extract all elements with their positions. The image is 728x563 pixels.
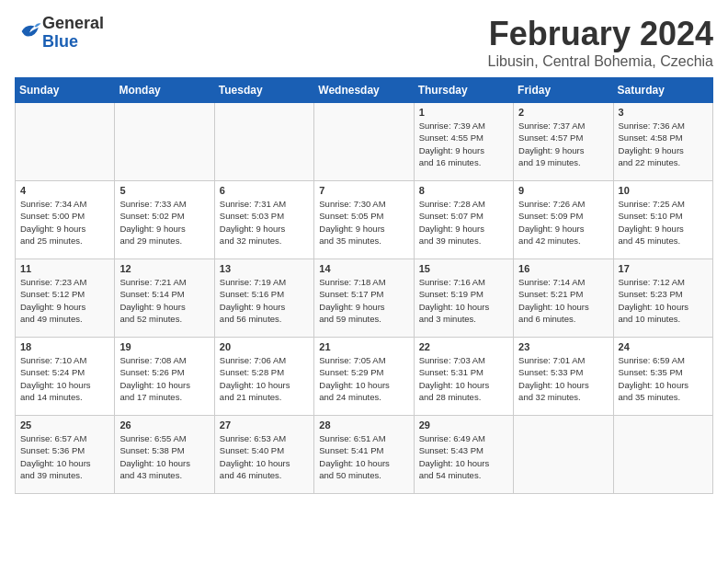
day-number: 18 (20, 341, 109, 352)
day-info: Sunrise: 7:01 AM Sunset: 5:33 PM Dayligh… (518, 354, 608, 403)
days-header-row: SundayMondayTuesdayWednesdayThursdayFrid… (16, 78, 713, 103)
day-info: Sunrise: 7:10 AM Sunset: 5:24 PM Dayligh… (20, 354, 109, 403)
day-number: 27 (220, 419, 309, 431)
calendar-cell: 22Sunrise: 7:03 AM Sunset: 5:31 PM Dayli… (414, 338, 513, 416)
day-header-sunday: Sunday (16, 78, 115, 103)
calendar-cell (115, 103, 214, 181)
calendar-table: SundayMondayTuesdayWednesdayThursdayFrid… (15, 77, 713, 494)
calendar-cell: 2Sunrise: 7:37 AM Sunset: 4:57 PM Daylig… (514, 103, 613, 181)
day-info: Sunrise: 7:33 AM Sunset: 5:02 PM Dayligh… (119, 198, 209, 247)
day-info: Sunrise: 7:18 AM Sunset: 5:17 PM Dayligh… (319, 276, 408, 325)
day-number: 22 (419, 341, 508, 352)
calendar-cell: 19Sunrise: 7:08 AM Sunset: 5:26 PM Dayli… (115, 338, 214, 416)
calendar-cell: 25Sunrise: 6:57 AM Sunset: 5:36 PM Dayli… (16, 416, 115, 494)
calendar-cell (314, 103, 414, 181)
day-number: 21 (319, 341, 408, 352)
day-number: 17 (619, 263, 708, 274)
day-number: 12 (119, 263, 209, 274)
calendar-cell: 8Sunrise: 7:28 AM Sunset: 5:07 PM Daylig… (414, 181, 513, 259)
day-info: Sunrise: 7:12 AM Sunset: 5:23 PM Dayligh… (619, 276, 708, 325)
day-info: Sunrise: 7:37 AM Sunset: 4:57 PM Dayligh… (518, 120, 608, 168)
day-info: Sunrise: 7:14 AM Sunset: 5:21 PM Dayligh… (518, 276, 608, 325)
calendar-cell: 21Sunrise: 7:05 AM Sunset: 5:29 PM Dayli… (314, 338, 414, 416)
calendar-cell: 3Sunrise: 7:36 AM Sunset: 4:58 PM Daylig… (613, 103, 712, 181)
logo-blue-text: Blue (42, 32, 78, 51)
calendar-cell: 28Sunrise: 6:51 AM Sunset: 5:41 PM Dayli… (314, 416, 414, 494)
calendar-cell (16, 103, 115, 181)
day-info: Sunrise: 7:34 AM Sunset: 5:00 PM Dayligh… (20, 198, 109, 247)
day-info: Sunrise: 7:16 AM Sunset: 5:19 PM Dayligh… (419, 276, 508, 325)
day-number: 26 (119, 419, 209, 431)
calendar-cell: 9Sunrise: 7:26 AM Sunset: 5:09 PM Daylig… (514, 181, 613, 259)
day-number: 7 (319, 185, 408, 196)
day-number: 19 (119, 341, 209, 352)
calendar-cell: 4Sunrise: 7:34 AM Sunset: 5:00 PM Daylig… (16, 181, 115, 259)
day-info: Sunrise: 7:39 AM Sunset: 4:55 PM Dayligh… (419, 120, 508, 168)
day-info: Sunrise: 6:57 AM Sunset: 5:36 PM Dayligh… (20, 432, 109, 481)
day-header-saturday: Saturday (613, 78, 712, 103)
day-info: Sunrise: 7:21 AM Sunset: 5:14 PM Dayligh… (119, 276, 209, 325)
calendar-cell: 14Sunrise: 7:18 AM Sunset: 5:17 PM Dayli… (314, 259, 414, 338)
day-number: 11 (20, 263, 109, 274)
calendar-cell: 7Sunrise: 7:30 AM Sunset: 5:05 PM Daylig… (314, 181, 414, 259)
calendar-cell: 16Sunrise: 7:14 AM Sunset: 5:21 PM Dayli… (514, 259, 613, 338)
day-number: 28 (319, 419, 408, 431)
calendar-cell: 29Sunrise: 6:49 AM Sunset: 5:43 PM Dayli… (414, 416, 513, 494)
day-header-friday: Friday (514, 78, 613, 103)
calendar-cell: 6Sunrise: 7:31 AM Sunset: 5:03 PM Daylig… (214, 181, 313, 259)
day-number: 29 (419, 419, 508, 431)
day-number: 16 (518, 263, 608, 274)
day-info: Sunrise: 7:06 AM Sunset: 5:28 PM Dayligh… (220, 354, 309, 403)
calendar-cell (514, 416, 613, 494)
day-info: Sunrise: 7:25 AM Sunset: 5:10 PM Dayligh… (619, 198, 708, 247)
day-info: Sunrise: 7:30 AM Sunset: 5:05 PM Dayligh… (319, 198, 408, 247)
day-number: 3 (619, 107, 708, 118)
day-number: 14 (319, 263, 408, 274)
day-number: 9 (518, 185, 608, 196)
header: General Blue February 2024 Libusin, Cent… (15, 15, 713, 70)
week-row-1: 1Sunrise: 7:39 AM Sunset: 4:55 PM Daylig… (16, 103, 713, 181)
day-number: 10 (619, 185, 708, 196)
day-header-thursday: Thursday (414, 78, 513, 103)
day-info: Sunrise: 7:28 AM Sunset: 5:07 PM Dayligh… (419, 198, 508, 247)
day-header-tuesday: Tuesday (214, 78, 313, 103)
calendar-cell: 15Sunrise: 7:16 AM Sunset: 5:19 PM Dayli… (414, 259, 513, 338)
day-info: Sunrise: 7:36 AM Sunset: 4:58 PM Dayligh… (619, 120, 708, 168)
month-year-title: February 2024 (488, 15, 713, 53)
day-number: 1 (419, 107, 508, 118)
title-block: February 2024 Libusin, Central Bohemia, … (488, 15, 713, 70)
calendar-cell (613, 416, 712, 494)
day-info: Sunrise: 7:05 AM Sunset: 5:29 PM Dayligh… (319, 354, 408, 403)
day-info: Sunrise: 6:51 AM Sunset: 5:41 PM Dayligh… (319, 432, 408, 481)
day-number: 2 (518, 107, 608, 118)
logo-general-text: General (42, 14, 104, 32)
calendar-cell: 11Sunrise: 7:23 AM Sunset: 5:12 PM Dayli… (16, 259, 115, 338)
calendar-cell: 10Sunrise: 7:25 AM Sunset: 5:10 PM Dayli… (613, 181, 712, 259)
day-info: Sunrise: 6:59 AM Sunset: 5:35 PM Dayligh… (619, 354, 708, 403)
calendar-cell: 1Sunrise: 7:39 AM Sunset: 4:55 PM Daylig… (414, 103, 513, 181)
day-number: 13 (220, 263, 309, 274)
calendar-cell: 17Sunrise: 7:12 AM Sunset: 5:23 PM Dayli… (613, 259, 712, 338)
day-header-wednesday: Wednesday (314, 78, 414, 103)
calendar-cell: 24Sunrise: 6:59 AM Sunset: 5:35 PM Dayli… (613, 338, 712, 416)
calendar-cell: 12Sunrise: 7:21 AM Sunset: 5:14 PM Dayli… (115, 259, 214, 338)
day-number: 24 (619, 341, 708, 352)
calendar-cell: 27Sunrise: 6:53 AM Sunset: 5:40 PM Dayli… (214, 416, 313, 494)
day-info: Sunrise: 7:03 AM Sunset: 5:31 PM Dayligh… (419, 354, 508, 403)
day-number: 4 (20, 185, 109, 196)
day-info: Sunrise: 6:55 AM Sunset: 5:38 PM Dayligh… (119, 432, 209, 481)
day-info: Sunrise: 6:53 AM Sunset: 5:40 PM Dayligh… (220, 432, 309, 481)
day-number: 6 (220, 185, 309, 196)
day-number: 23 (518, 341, 608, 352)
week-row-2: 4Sunrise: 7:34 AM Sunset: 5:00 PM Daylig… (16, 181, 713, 259)
calendar-cell: 13Sunrise: 7:19 AM Sunset: 5:16 PM Dayli… (214, 259, 313, 338)
day-number: 15 (419, 263, 508, 274)
day-info: Sunrise: 6:49 AM Sunset: 5:43 PM Dayligh… (419, 432, 508, 481)
day-number: 20 (220, 341, 309, 352)
day-info: Sunrise: 7:26 AM Sunset: 5:09 PM Dayligh… (518, 198, 608, 247)
day-header-monday: Monday (115, 78, 214, 103)
calendar-cell (214, 103, 313, 181)
logo: General Blue (15, 15, 104, 52)
calendar-cell: 18Sunrise: 7:10 AM Sunset: 5:24 PM Dayli… (16, 338, 115, 416)
calendar-cell: 5Sunrise: 7:33 AM Sunset: 5:02 PM Daylig… (115, 181, 214, 259)
